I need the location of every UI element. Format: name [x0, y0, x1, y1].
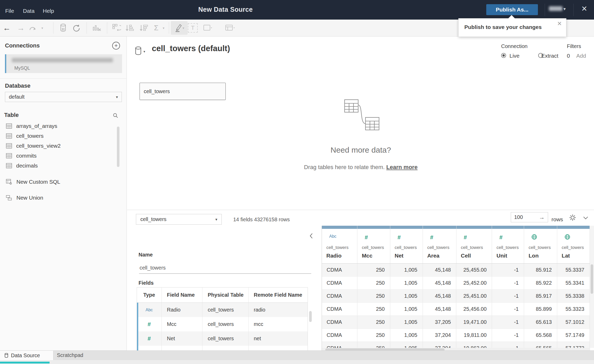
grid-col-radio[interactable]: Abc cell_towers Radio [322, 226, 357, 263]
sort-descending-icon[interactable] [138, 20, 150, 36]
grid-cell: 85.922 [524, 277, 557, 289]
publish-as-button[interactable]: Publish As... [486, 4, 538, 15]
menu-file[interactable]: File [5, 8, 14, 14]
totals-chevron-down-icon[interactable]: ▾ [161, 20, 166, 36]
grid-cell: 1,005 [390, 264, 423, 276]
refresh-data-icon[interactable] [70, 20, 82, 36]
text-tool-button[interactable]: T [188, 23, 198, 33]
fit-selector-button[interactable] [201, 20, 214, 36]
column-name: Mcc [362, 253, 373, 259]
filters-label: Filters [567, 43, 581, 49]
table-item[interactable]: cell_towers [6, 132, 44, 140]
grid-cell: 25,451.00 [456, 290, 492, 302]
grid-col-mcc[interactable]: # cell_towers Mcc [357, 226, 390, 263]
grid-cell: -1 [492, 342, 524, 348]
preview-collapse-chevron-down-icon[interactable] [583, 216, 588, 219]
sidebar-scrollbar[interactable] [117, 127, 119, 167]
table-node-cell-towers[interactable]: cell_towers [140, 83, 226, 100]
grid-cell: CDMA [322, 329, 357, 342]
grid-cell: 25,456.00 [456, 303, 492, 315]
grid-cell: 65.565 [524, 342, 557, 348]
menu-help[interactable]: Help [43, 8, 54, 14]
datasource-chevron-down-icon[interactable]: ▾ [143, 50, 145, 53]
fields-table-scrollbar[interactable] [309, 311, 312, 322]
user-avatar[interactable] [549, 6, 562, 11]
menu-data[interactable]: Data [23, 8, 34, 14]
grid-cell: 1,005 [390, 290, 423, 302]
table-icon [6, 143, 12, 148]
grid-cell: 1,005 [390, 342, 423, 348]
swap-rows-columns-icon[interactable] [111, 20, 123, 36]
user-chevron-down-icon[interactable]: ▾ [563, 6, 566, 12]
column-table: cell_towers [461, 245, 483, 250]
tab-data-source[interactable]: Data Source [0, 351, 53, 360]
redo-chevron-down-icon[interactable]: ▾ [40, 20, 45, 36]
column-table: cell_towers [362, 245, 384, 250]
new-custom-sql-button[interactable]: New Custom SQL [6, 177, 60, 186]
sort-ascending-icon[interactable] [124, 20, 136, 36]
add-connection-icon[interactable]: + [112, 42, 120, 50]
column-accent-bar [557, 226, 590, 229]
grid-col-lon[interactable]: cell_towers Lon [524, 226, 557, 263]
back-button[interactable]: ← [2, 20, 12, 36]
filters-add-button[interactable]: Add [576, 53, 586, 59]
metadata-collapse-icon[interactable] [310, 233, 313, 239]
column-accent-bar [492, 226, 524, 229]
highlight-button[interactable]: ▾ [171, 21, 188, 35]
datasource-database-icon[interactable] [135, 46, 142, 55]
new-union-button[interactable]: New Union [6, 193, 43, 202]
grid-vertical-scrollbar[interactable] [590, 226, 594, 348]
tab-data-source-label: Data Source [11, 353, 40, 359]
field-row-mcc[interactable]: # Mcc cell_towers mcc [137, 317, 308, 331]
tab-scratchpad[interactable]: Scratchpad [57, 352, 83, 358]
show-cards-button[interactable] [223, 20, 237, 36]
grid-col-net[interactable]: # cell_towers Net [390, 226, 423, 263]
grid-vertical-scrollbar-thumb[interactable] [591, 264, 593, 294]
grid-cell: CDMA [322, 290, 357, 302]
table-name-input[interactable] [139, 264, 311, 274]
field-row-radio[interactable]: Abc Radio cell_towers radio [137, 303, 308, 317]
clear-sheet-icon[interactable] [91, 20, 103, 36]
database-heading: Database [5, 82, 31, 89]
grid-cell: -1 [492, 264, 524, 276]
table-item-label: commits [16, 153, 37, 159]
table-search-icon[interactable] [113, 113, 118, 118]
grid-cell: 85.899 [524, 303, 557, 315]
tooltip-close-icon[interactable]: ✕ [557, 20, 562, 27]
grid-col-lat[interactable]: cell_towers Lat [557, 226, 590, 263]
table-item[interactable]: cell_towers_view2 [6, 141, 61, 150]
pause-updates-icon[interactable] [57, 20, 69, 36]
highlight-chevron-down-icon[interactable]: ▾ [183, 26, 184, 30]
grid-cell: 250 [357, 342, 390, 348]
column-accent-bar [390, 226, 423, 229]
connection-item[interactable]: MySQL [5, 54, 122, 73]
database-select[interactable]: default ▾ [5, 92, 122, 102]
fields-col-remote-field-name: Remote Field Name [249, 288, 308, 302]
row-limit-input[interactable] [514, 214, 535, 220]
table-icon [6, 153, 12, 158]
grid-cell: 85.917 [524, 290, 557, 302]
learn-more-link[interactable]: Learn more [386, 164, 418, 170]
table-item[interactable]: commits [6, 151, 37, 160]
grid-col-unit[interactable]: # cell_towers Unit [492, 226, 524, 263]
connection-live-radio[interactable] [501, 53, 506, 58]
remote-field-cell: radio [249, 303, 308, 317]
relate-tables-illustration [344, 99, 380, 131]
connection-extract-label[interactable]: Extract [541, 53, 558, 59]
row-limit-apply-icon[interactable]: → [539, 214, 545, 221]
close-window-button[interactable]: ✕ [581, 4, 587, 13]
grid-col-cell[interactable]: # cell_towers Cell [457, 226, 492, 263]
grid-col-area[interactable]: # cell_towers Area [423, 226, 457, 263]
preview-settings-gear-icon[interactable] [569, 214, 576, 221]
redo-icon[interactable] [27, 20, 39, 36]
totals-icon[interactable]: Σ [151, 20, 161, 36]
field-row-net[interactable]: # Net cell_towers net [137, 331, 308, 346]
table-item[interactable]: arrays_of_arrays [6, 122, 57, 130]
column-name: Radio [326, 253, 341, 259]
union-icon [6, 195, 12, 201]
preview-table-select[interactable]: cell_towers ▾ [136, 214, 222, 225]
grid-row: CDMA 250 1,005 45,148 25,455.00 -1 85.91… [322, 264, 590, 277]
connection-live-label[interactable]: Live [509, 53, 520, 59]
table-item[interactable]: decimals [6, 161, 38, 170]
forward-button[interactable]: → [16, 20, 26, 36]
